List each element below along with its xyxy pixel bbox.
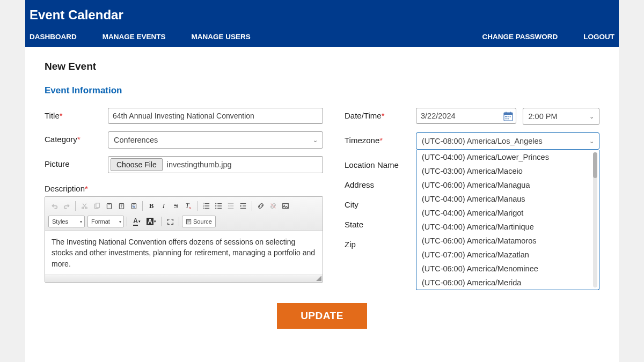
nav-manage-events[interactable]: MANAGE EVENTS	[98, 33, 170, 41]
link-icon[interactable]	[255, 200, 267, 212]
undo-icon[interactable]	[48, 200, 60, 212]
timezone-dropdown: (UTC-04:00) America/Lower_Princes (UTC-0…	[416, 150, 599, 290]
svg-rect-45	[507, 118, 509, 120]
label-timezone: Timezone*	[345, 132, 416, 145]
time-select[interactable]: 2:00 PM	[523, 108, 599, 125]
label-title: Title*	[45, 108, 108, 120]
label-location-name: Location Name	[345, 157, 416, 169]
header-bar: Event Calendar	[25, 0, 619, 28]
nav-change-password[interactable]: CHANGE PASSWORD	[478, 33, 562, 41]
bold-icon[interactable]: B	[145, 200, 157, 212]
nav-bar: DASHBOARD MANAGE EVENTS MANAGE USERS CHA…	[25, 28, 619, 47]
timezone-option[interactable]: (UTC-03:00) America/Maceio	[416, 164, 591, 178]
unlink-icon[interactable]	[267, 200, 279, 212]
nav-logout[interactable]: LOGOUT	[579, 33, 619, 41]
redo-icon[interactable]	[61, 200, 72, 212]
paste-text-icon[interactable]: T	[115, 200, 127, 212]
label-zip: Zip	[345, 237, 416, 249]
category-select[interactable]: Conferences	[108, 131, 323, 149]
label-category: Category*	[45, 131, 108, 144]
timezone-option[interactable]: (UTC-07:00) America/Mazatlan	[416, 248, 591, 262]
svg-rect-42	[507, 116, 509, 117]
timezone-option[interactable]: (UTC-06:00) America/Managua	[416, 178, 591, 192]
picture-file-input[interactable]: Choose File investingthumb.jpg	[108, 156, 323, 173]
image-icon[interactable]	[280, 200, 291, 212]
timezone-select[interactable]: (UTC-08:00) America/Los_Angeles	[416, 132, 599, 150]
svg-rect-44	[505, 118, 507, 120]
editor-toolbar: T W B I S Tx 123	[45, 197, 323, 231]
svg-rect-43	[509, 116, 511, 117]
label-state: State	[345, 217, 416, 229]
timezone-value: (UTC-08:00) America/Los_Angeles	[422, 137, 543, 145]
svg-rect-38	[504, 113, 513, 115]
date-input[interactable]	[416, 108, 516, 124]
indent-icon[interactable]	[237, 200, 249, 212]
svg-rect-5	[108, 203, 109, 204]
svg-point-18	[215, 203, 216, 204]
ordered-list-icon[interactable]: 123	[200, 200, 212, 212]
maximize-icon[interactable]	[164, 216, 176, 227]
text-color-icon[interactable]: A▾	[130, 216, 144, 227]
cut-icon[interactable]	[78, 200, 90, 212]
rich-text-editor: T W B I S Tx 123	[45, 196, 323, 283]
resize-handle-icon[interactable]	[316, 276, 321, 281]
timezone-option[interactable]: (UTC-04:00) America/Martinique	[416, 220, 591, 234]
category-value: Conferences	[114, 136, 158, 144]
svg-point-1	[85, 207, 87, 209]
choose-file-button[interactable]: Choose File	[111, 158, 163, 171]
source-button[interactable]: Source	[182, 216, 216, 227]
bg-color-icon[interactable]: A▾	[144, 216, 158, 227]
unordered-list-icon[interactable]	[213, 200, 224, 212]
paste-word-icon[interactable]: W	[128, 200, 140, 212]
timezone-option[interactable]: (UTC-04:00) America/Lower_Princes	[416, 150, 591, 164]
update-button[interactable]: UPDATE	[277, 303, 367, 329]
label-picture: Picture	[45, 156, 108, 168]
copy-icon[interactable]	[91, 200, 103, 212]
svg-point-20	[215, 208, 216, 209]
svg-rect-7	[120, 203, 122, 204]
editor-footer	[45, 275, 323, 282]
timezone-option[interactable]: (UTC-06:00) America/Merida	[416, 276, 591, 290]
page-title: New Event	[45, 61, 599, 72]
svg-rect-3	[96, 203, 99, 207]
outdent-icon[interactable]	[225, 200, 237, 212]
remove-format-icon[interactable]: Tx	[182, 200, 194, 212]
svg-text:T: T	[120, 204, 122, 208]
label-date-time: Date/Time*	[345, 108, 416, 120]
label-city: City	[345, 197, 416, 209]
svg-rect-41	[505, 116, 507, 117]
timezone-option[interactable]: (UTC-04:00) America/Manaus	[416, 192, 591, 206]
nav-manage-users[interactable]: MANAGE USERS	[187, 33, 255, 41]
svg-point-0	[82, 207, 83, 209]
timezone-option[interactable]: (UTC-06:00) America/Menominee	[416, 262, 591, 276]
timezone-option[interactable]: (UTC-06:00) America/Matamoros	[416, 234, 591, 248]
calendar-icon[interactable]	[503, 111, 514, 122]
svg-point-19	[215, 205, 216, 206]
timezone-option[interactable]: (UTC-04:00) America/Marigot	[416, 206, 591, 220]
italic-icon[interactable]: I	[158, 200, 170, 212]
format-dropdown[interactable]: Format▾	[87, 216, 124, 227]
svg-rect-10	[133, 203, 134, 204]
styles-dropdown[interactable]: Styles▾	[48, 216, 85, 227]
svg-text:W: W	[132, 204, 135, 208]
description-textarea[interactable]: The Investing National Convention offers…	[45, 231, 323, 275]
file-name: investingthumb.jpg	[167, 160, 232, 169]
nav-dashboard[interactable]: DASHBOARD	[25, 33, 81, 41]
time-value: 2:00 PM	[529, 112, 558, 121]
brand-title: Event Calendar	[25, 8, 619, 23]
title-input[interactable]	[108, 108, 323, 124]
scrollbar-thumb[interactable]	[593, 152, 597, 178]
label-description: Description*	[45, 181, 108, 193]
paste-icon[interactable]	[103, 200, 115, 212]
strike-icon[interactable]: S	[170, 200, 182, 212]
label-address: Address	[345, 177, 416, 189]
section-title: Event Information	[45, 85, 599, 96]
svg-text:3: 3	[203, 207, 204, 210]
